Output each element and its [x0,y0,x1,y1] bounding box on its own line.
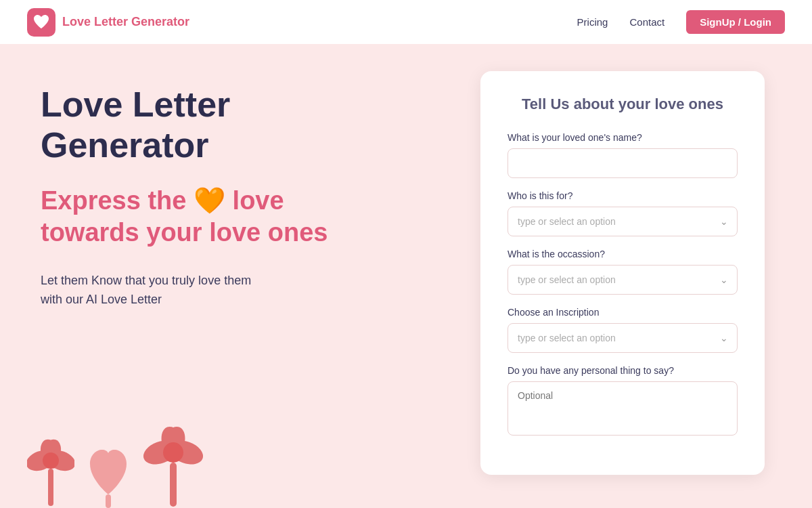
label-personal-thing: Do you have any personal thing to say? [508,365,738,376]
select-occasion[interactable]: type or select an option [508,265,738,295]
hero-subtitle-line3: towards your love ones [41,218,328,247]
brand-name: Love Letter Generator [62,15,189,29]
main-content: Love Letter Generator Express the 🧡 love… [0,44,812,508]
signup-login-button[interactable]: SignUp / Login [686,10,785,34]
hero-heart-emoji: 🧡 [194,185,225,217]
textarea-personal-thing[interactable] [508,381,738,436]
label-occasion: What is the occassion? [508,249,738,259]
brand-logo-icon [27,8,55,37]
field-who-is-this-for: Who is this for? type or select an optio… [508,190,738,236]
hero-description: Let them Know that you truly love them w… [41,271,392,310]
navbar: Love Letter Generator Pricing Contact Si… [0,0,812,44]
hero-subtitle-line1: Express the [41,186,186,215]
form-heading: Tell Us about your love ones [508,96,738,113]
form-card: Tell Us about your love ones What is you… [480,71,765,475]
select-wrapper-occasion: type or select an option ⌄ [508,265,738,295]
label-loved-one-name: What is your loved one's name? [508,132,738,143]
label-who-is-this-for: Who is this for? [508,190,738,201]
nav-links: Pricing Contact SignUp / Login [577,10,785,34]
nav-pricing[interactable]: Pricing [577,16,608,28]
decorative-heart-icon [87,440,131,508]
nav-contact[interactable]: Contact [629,16,664,28]
field-occasion: What is the occassion? type or select an… [508,249,738,295]
select-who-is-this-for[interactable]: type or select an option [508,207,738,236]
field-inscription: Choose an Inscription type or select an … [508,307,738,353]
hero-desc-line1: Let them Know that you truly love them [41,274,251,287]
svg-rect-7 [106,494,111,508]
input-loved-one-name[interactable] [508,148,738,178]
hero-desc-line2: with our AI Love Letter [41,293,162,306]
left-panel: Love Letter Generator Express the 🧡 love… [0,44,433,508]
right-panel: Tell Us about your love ones What is you… [433,44,812,508]
select-inscription[interactable]: type or select an option [508,323,738,353]
field-personal-thing: Do you have any personal thing to say? [508,365,738,438]
decorative-flower-1-icon [27,433,74,508]
svg-rect-13 [170,463,177,507]
svg-point-5 [43,452,59,469]
label-inscription: Choose an Inscription [508,307,738,318]
select-wrapper-who: type or select an option ⌄ [508,207,738,236]
hero-subtitle-line2: love [233,186,284,215]
svg-rect-6 [48,469,53,506]
hero-title: Love Letter Generator [41,85,392,166]
hero-subtitle: Express the 🧡 love towards your love one… [41,185,392,249]
brand-link[interactable]: Love Letter Generator [27,8,189,37]
decorative-flower-2-icon [143,420,204,508]
decorative-shapes [27,420,204,508]
field-loved-one-name: What is your loved one's name? [508,132,738,178]
select-wrapper-inscription: type or select an option ⌄ [508,323,738,353]
svg-point-12 [163,442,183,463]
